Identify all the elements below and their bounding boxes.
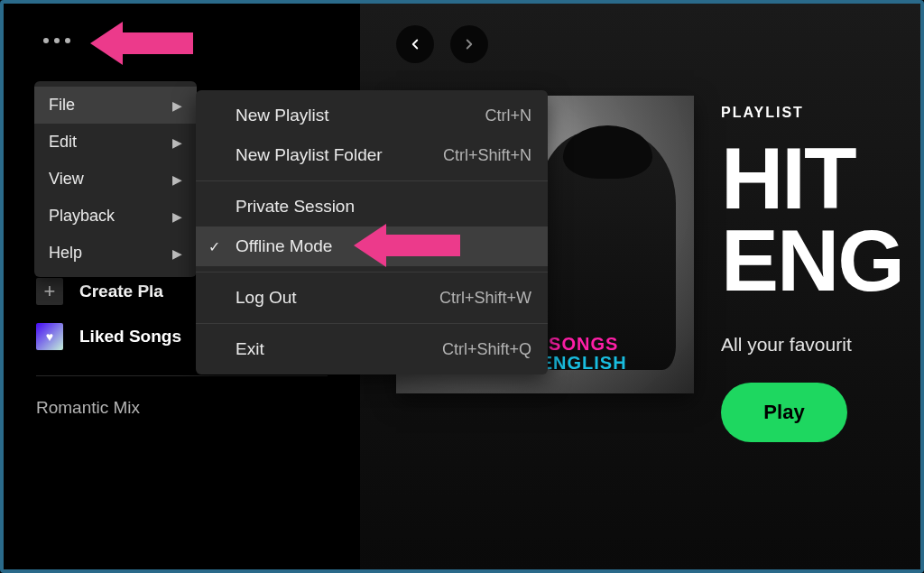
create-playlist-label: Create Pla (79, 282, 163, 301)
menu-item-label: File (49, 96, 75, 115)
submenu-shortcut: Ctrl+Shift+Q (442, 340, 531, 359)
app-window: + Create Pla ♥ Liked Songs Romantic Mix (4, 4, 920, 569)
playlist-title: HIT ENG (721, 137, 903, 301)
chevron-right-icon: ▶ (172, 98, 182, 113)
submenu-item-label: New Playlist (236, 106, 328, 125)
menu-item-edit[interactable]: Edit ▶ (34, 124, 197, 161)
nav-forward-button[interactable] (450, 25, 488, 63)
playlist-type-label: PLAYLIST (721, 105, 903, 121)
submenu-item-label: New Playlist Folder (236, 145, 383, 165)
submenu-item-label: Exit (236, 339, 264, 359)
submenu-item-label: Log Out (236, 288, 297, 308)
heart-icon: ♥ (36, 323, 63, 350)
playlist-description: All your favourit (721, 334, 903, 356)
submenu-new-playlist-folder[interactable]: New Playlist Folder Ctrl+Shift+N (196, 135, 548, 175)
main-menu: File ▶ Edit ▶ View ▶ Playback ▶ Help ▶ (34, 81, 197, 277)
submenu-log-out[interactable]: Log Out Ctrl+Shift+W (196, 278, 548, 318)
playlist-list: Romantic Mix (4, 376, 360, 439)
menu-item-label: Help (49, 244, 82, 263)
submenu-private-session[interactable]: Private Session (196, 187, 548, 226)
chevron-left-icon (407, 36, 423, 52)
submenu-separator (196, 180, 548, 181)
menu-item-view[interactable]: View ▶ (34, 161, 197, 198)
liked-songs-label: Liked Songs (79, 327, 181, 347)
nav-back-button[interactable] (396, 25, 434, 63)
nav-buttons (396, 25, 920, 63)
menu-item-playback[interactable]: Playback ▶ (34, 198, 197, 235)
menu-item-label: View (49, 170, 84, 189)
playlist-item[interactable]: Romantic Mix (36, 389, 328, 427)
submenu-separator (196, 272, 548, 273)
annotation-arrow (354, 224, 460, 267)
annotation-arrow (90, 22, 193, 65)
chevron-right-icon: ▶ (172, 246, 182, 261)
chevron-right-icon: ▶ (172, 172, 182, 187)
check-icon: ✓ (208, 238, 220, 255)
chevron-right-icon: ▶ (172, 209, 182, 224)
chevron-right-icon: ▶ (172, 135, 182, 150)
menu-item-file[interactable]: File ▶ (34, 87, 197, 124)
menu-item-label: Edit (49, 133, 77, 152)
chevron-right-icon (461, 36, 477, 52)
menu-item-label: Playback (49, 207, 115, 226)
submenu-shortcut: Ctrl+N (485, 106, 531, 125)
submenu-shortcut: Ctrl+Shift+N (443, 146, 531, 165)
submenu-shortcut: Ctrl+Shift+W (439, 289, 531, 308)
plus-icon: + (36, 278, 63, 305)
submenu-item-label: Offline Mode (236, 236, 332, 256)
play-button[interactable]: Play (721, 383, 847, 442)
menu-item-help[interactable]: Help ▶ (34, 235, 197, 272)
submenu-item-label: Private Session (236, 197, 355, 217)
submenu-separator (196, 323, 548, 324)
submenu-new-playlist[interactable]: New Playlist Ctrl+N (196, 96, 548, 135)
playlist-meta: PLAYLIST HIT ENG All your favourit Play (721, 96, 903, 442)
submenu-exit[interactable]: Exit Ctrl+Shift+Q (196, 329, 548, 369)
